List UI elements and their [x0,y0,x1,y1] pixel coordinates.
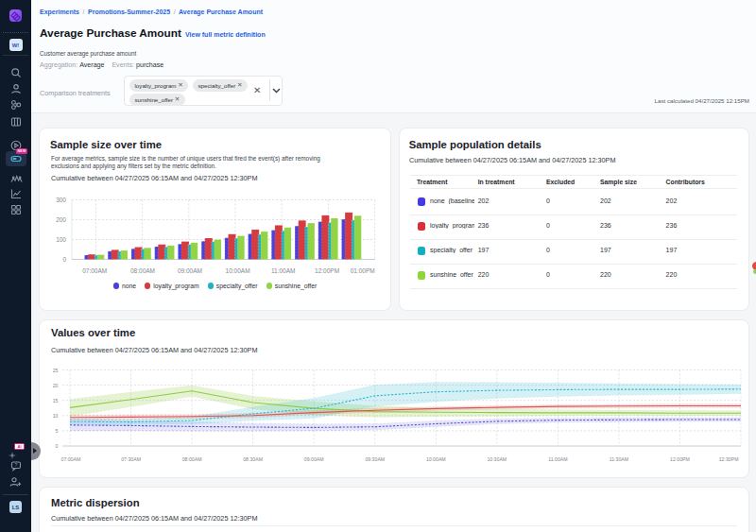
svg-text:0: 0 [62,256,66,263]
svg-text:200: 200 [56,216,66,223]
svg-text:?: ? [14,462,17,468]
svg-text:10:00AM: 10:00AM [426,456,446,462]
svg-text:25: 25 [53,368,59,373]
svg-text:01:00PM: 01:00PM [351,267,375,274]
svg-text:08:00AM: 08:00AM [130,267,155,274]
svg-text:09:30AM: 09:30AM [365,456,385,462]
svg-text:07:00AM: 07:00AM [82,267,107,274]
svg-text:10:30AM: 10:30AM [487,456,507,462]
svg-text:300: 300 [56,197,66,203]
svg-text:07:00AM: 07:00AM [61,456,81,462]
svg-text:10: 10 [53,413,59,419]
svg-text:11:00AM: 11:00AM [271,267,296,274]
svg-text:09:00AM: 09:00AM [178,267,202,274]
svg-text:07:30AM: 07:30AM [121,456,141,462]
svg-text:11:00AM: 11:00AM [548,456,567,462]
svg-text:15: 15 [53,398,59,403]
svg-text:08:00AM: 08:00AM [182,456,202,462]
svg-text:12:00PM: 12:00PM [670,456,690,462]
svg-text:100: 100 [56,236,66,243]
svg-text:5: 5 [56,428,59,434]
svg-text:11:30AM: 11:30AM [610,456,628,462]
svg-text:10:00AM: 10:00AM [226,267,250,274]
svg-text:12:00PM: 12:00PM [315,267,339,274]
svg-text:08:30AM: 08:30AM [243,456,263,462]
svg-text:12:30PM: 12:30PM [719,456,739,462]
svg-text:09:00AM: 09:00AM [304,456,324,462]
svg-text:0: 0 [56,443,59,449]
svg-text:20: 20 [53,383,59,388]
